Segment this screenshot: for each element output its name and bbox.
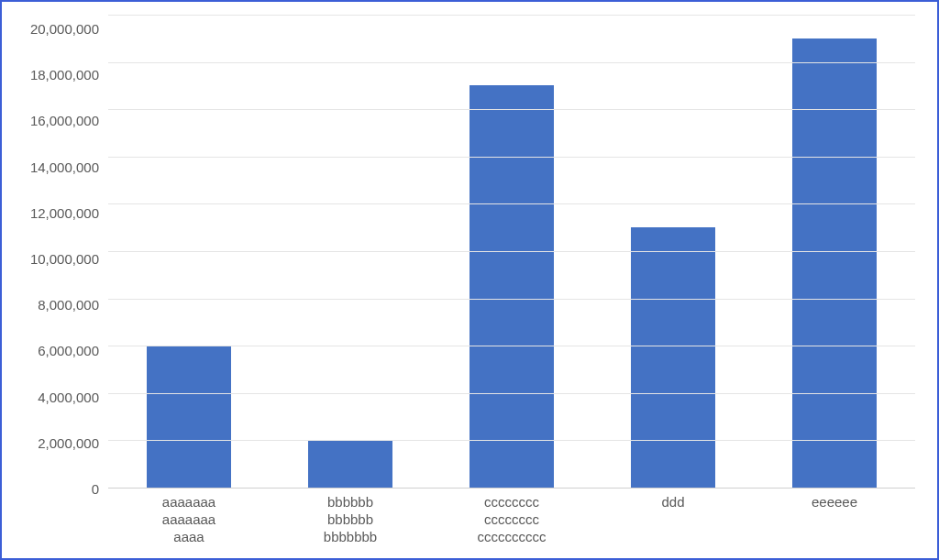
bar (147, 346, 231, 488)
grid-line (108, 346, 915, 346)
x-tick-label-line: aaaaaaa (108, 511, 270, 529)
y-axis: 20,000,00018,000,00016,000,00014,000,000… (24, 15, 108, 549)
x-tick-label-line: cccccccc (431, 511, 592, 529)
grid-line (108, 251, 915, 252)
y-tick-label: 16,000,000 (30, 114, 99, 127)
x-tick-label-line: eeeeee (754, 494, 915, 511)
x-tick-label: aaaaaaaaaaaaaaaaaa (108, 494, 270, 549)
grid-line (108, 203, 915, 204)
y-tick-label: 6,000,000 (38, 344, 99, 357)
x-tick-label: ddd (592, 494, 754, 549)
grid-line (108, 15, 915, 16)
y-tick-label: 10,000,000 (30, 251, 99, 265)
y-tick-label: 2,000,000 (38, 435, 99, 449)
grid-line (108, 440, 915, 441)
x-tick-label-line: cccccccccc (431, 529, 592, 546)
chart-frame: 20,000,00018,000,00016,000,00014,000,000… (0, 0, 939, 560)
bar (470, 85, 554, 488)
x-tick-label-line: cccccccc (431, 494, 592, 511)
y-tick-label: 14,000,000 (30, 159, 99, 173)
x-tick-label-line: ddd (592, 494, 754, 511)
x-tick-label-line: aaaa (108, 529, 270, 546)
grid-line (108, 299, 915, 300)
grid-line (108, 393, 915, 394)
grid-line (108, 157, 915, 158)
y-tick-label: 18,000,000 (30, 68, 99, 82)
x-tick-label-line: aaaaaaa (108, 494, 270, 511)
y-tick-label: 20,000,000 (30, 22, 99, 36)
plot-area (108, 15, 915, 489)
y-tick-label: 8,000,000 (38, 298, 99, 312)
x-tick-label: cccccccccccccccccccccccccc (431, 494, 592, 549)
y-tick-label: 4,000,000 (38, 390, 99, 403)
chart-inner: 20,000,00018,000,00016,000,00014,000,000… (24, 15, 915, 549)
x-tick-label: eeeeee (754, 494, 915, 549)
grid-line (108, 109, 915, 110)
x-tick-label-line: bbbbbbb (270, 529, 431, 546)
y-tick-label: 0 (92, 481, 99, 495)
x-tick-label-line: bbbbbb (270, 494, 431, 511)
bar (308, 440, 392, 488)
x-tick-label-line: bbbbbb (270, 511, 431, 529)
x-tick-label: bbbbbbbbbbbbbbbbbbb (270, 494, 431, 549)
y-tick-label: 12,000,000 (30, 205, 99, 219)
grid-line (108, 62, 915, 63)
plot-wrap: aaaaaaaaaaaaaaaaaabbbbbbbbbbbbbbbbbbbccc… (108, 15, 915, 549)
x-axis: aaaaaaaaaaaaaaaaaabbbbbbbbbbbbbbbbbbbccc… (108, 489, 915, 549)
bar (792, 38, 877, 488)
bar (631, 227, 715, 488)
